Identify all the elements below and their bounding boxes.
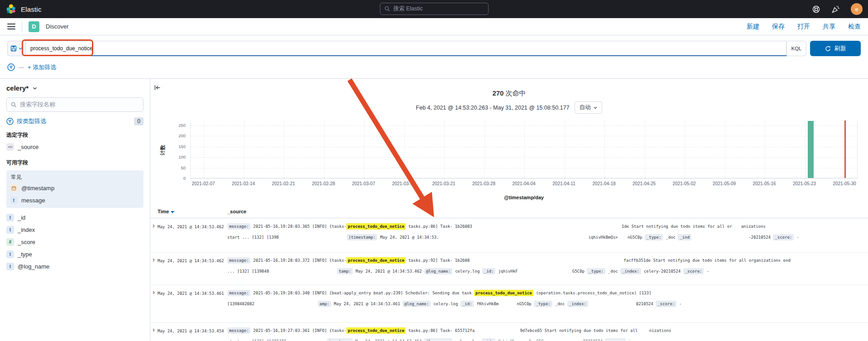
available-fields-list: t_idt_index#_scoret_typet@log_name: [6, 211, 144, 273]
field-name: message: [21, 197, 45, 204]
available-fields-heading: 可用字段: [6, 159, 144, 167]
x-tick-label: 2021-03-21: [432, 181, 455, 186]
source-text: 2021-05-16,19:28:03.365 [INFO] {tasks-: [253, 224, 346, 229]
nav-bar: D Discover 新建保存打开共享检查: [0, 18, 868, 35]
index-pattern-switcher[interactable]: celery*: [6, 84, 29, 92]
interval-select[interactable]: 自动: [575, 101, 602, 114]
help-icon[interactable]: [812, 5, 820, 14]
field-item-_type[interactable]: t_type: [6, 248, 144, 260]
string-field-icon: t: [10, 197, 18, 204]
expand-row-button[interactable]: ›: [153, 222, 155, 229]
field-item-_source[interactable]: </>_source: [6, 141, 144, 153]
menu-button[interactable]: [7, 24, 15, 29]
field-key-badge: _id:: [482, 338, 495, 341]
x-gridline: [204, 120, 204, 178]
filter-bar: — + 添加筛选: [0, 56, 868, 79]
add-filter-link[interactable]: + 添加筛选: [28, 63, 56, 72]
table-row: ›May 24, 2021 @ 14:34:53.462message:2021…: [150, 219, 868, 253]
y-tick-label: 100: [150, 154, 186, 159]
field-key-badge: _index:: [567, 301, 588, 307]
source-text: -: [796, 235, 799, 240]
redacted-gap: [269, 271, 337, 272]
refresh-icon: [825, 46, 831, 52]
refresh-button[interactable]: 刷新: [810, 41, 861, 56]
action-打开[interactable]: 打开: [797, 23, 810, 31]
breadcrumb[interactable]: Discover: [46, 23, 69, 30]
y-gridline: [191, 157, 857, 158]
x-gridline: [645, 120, 645, 178]
source-text: celery-20210524: [644, 269, 683, 274]
row-time: May 24, 2021 @ 14:34:53.454: [158, 329, 224, 333]
row-source: message:2021-05-16,19:28:03.372 [INFO] {…: [227, 255, 865, 277]
field-item-_index[interactable]: t_index: [6, 224, 144, 236]
source-text: May 24, 2021 @ 14:34:53.462: [355, 269, 424, 274]
field-type-count-badge: 0: [134, 117, 144, 125]
filter-by-type-link[interactable]: 按类型筛选: [17, 117, 46, 125]
x-gridline: [565, 120, 565, 178]
source-text: May 24, 2021 @ 14:34:53.: [380, 235, 439, 240]
column-header-source[interactable]: _source: [227, 209, 246, 214]
action-保存[interactable]: 保存: [772, 23, 785, 31]
elastic-logo[interactable]: Elastic: [6, 4, 42, 14]
field-name: _id: [18, 214, 25, 221]
search-highlight: process_todo_due_notice: [346, 223, 406, 230]
source-text: celery.log: [433, 302, 460, 306]
source-text: S=nG5Cwo: [529, 339, 548, 341]
action-检查[interactable]: 检查: [848, 23, 861, 31]
query-input[interactable]: process_todo_due_notice: [25, 41, 786, 56]
search-icon: [384, 6, 390, 12]
column-header-time[interactable]: Time: [158, 209, 174, 214]
chevron-down-icon[interactable]: [32, 86, 38, 91]
source-text: _doc: [555, 302, 567, 306]
selected-fields-heading: 选定字段: [6, 131, 144, 139]
x-gridline: [324, 120, 325, 178]
source-text: start ... [132] [1398482: [227, 339, 286, 341]
chevron-down-icon: [593, 106, 598, 110]
expand-row-button[interactable]: ›: [153, 327, 155, 333]
x-gridline: [685, 120, 685, 178]
search-highlight: process_todo_due_notice: [474, 290, 533, 296]
fields-sidebar: celery* 搜索字段名称 按类型筛选: [0, 79, 150, 341]
action-新建[interactable]: 新建: [747, 23, 759, 31]
expand-row-button[interactable]: ›: [153, 256, 155, 263]
source-text: i-: [628, 339, 633, 341]
field-item-_id[interactable]: t_id: [6, 211, 144, 224]
space-badge[interactable]: D: [29, 21, 39, 32]
field-name: _index: [18, 226, 35, 233]
source-text: anizations: [741, 224, 766, 229]
y-gridline: [191, 136, 857, 136]
row-time: May 24, 2021 @ 14:34:53.461: [158, 291, 224, 296]
redacted-gap: [518, 271, 572, 272]
field-item-message[interactable]: tmessage: [10, 194, 140, 207]
hits-count-line: 270 次命中: [150, 89, 868, 98]
source-text: 2021-05-16,19:28:03.340 [INFO] {beat-app…: [253, 291, 474, 295]
source-text: May 24, 2021 @ 14:34:53.461: [334, 302, 403, 306]
date-field-icon: [10, 184, 18, 192]
redacted-gap: [640, 331, 649, 331]
expand-row-button[interactable]: ›: [153, 289, 155, 295]
field-item-@log_name[interactable]: t@log_name: [6, 260, 144, 273]
x-gridline: [765, 120, 765, 178]
field-search-input[interactable]: 搜索字段名称: [6, 97, 144, 112]
x-tick-label: 2021-05-16: [753, 181, 776, 186]
saved-query-button[interactable]: [7, 41, 25, 56]
newsfeed-icon[interactable]: [831, 5, 840, 14]
popular-fields-list: @timestamptmessage: [10, 182, 140, 207]
source-text: nG5C0p: [517, 302, 534, 306]
x-tick-label: 2021-03-07: [352, 181, 375, 186]
field-item-@timestamp[interactable]: @timestamp: [10, 182, 140, 194]
kql-button[interactable]: KQL: [786, 41, 806, 56]
field-key-badge: amp:: [318, 301, 331, 307]
hits-count: 270: [492, 89, 504, 97]
user-avatar[interactable]: e: [851, 3, 863, 15]
filter-separator: —: [19, 64, 24, 71]
field-item-_score[interactable]: #_score: [6, 236, 144, 248]
filter-icon[interactable]: [7, 63, 15, 71]
filter-icon: [6, 118, 14, 125]
global-search-input[interactable]: 搜索 Elastic: [380, 3, 489, 15]
action-共享[interactable]: 共享: [823, 23, 835, 31]
query-text: process_todo_due_notice: [30, 45, 92, 52]
field-key-badge: _score:: [773, 234, 794, 240]
discover-main: 270 次命中 Feb 4, 2021 @ 14:53:20.263 - May…: [150, 79, 868, 341]
histogram-bar[interactable]: [808, 121, 814, 178]
